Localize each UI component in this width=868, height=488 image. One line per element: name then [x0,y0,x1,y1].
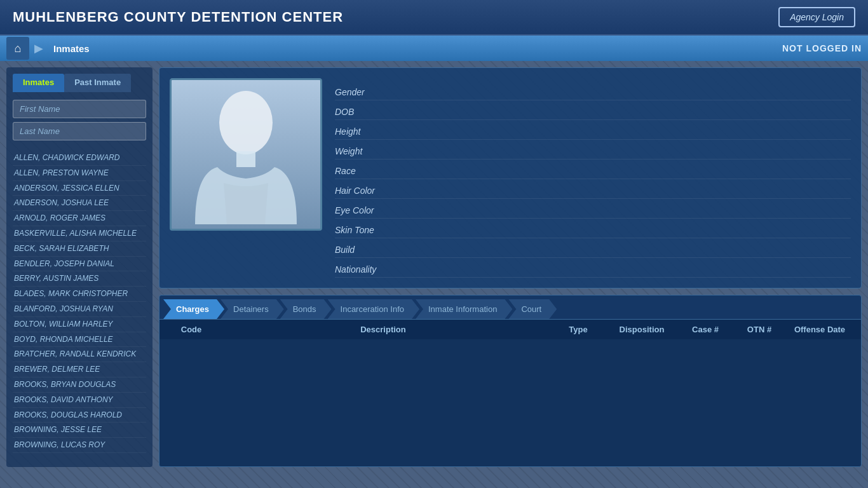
list-item[interactable]: BREWER, DELMER LEE [13,362,146,377]
charge-tab-bonds[interactable]: Bonds [280,299,332,319]
col-header-disposition: Disposition [607,325,677,334]
list-item[interactable]: BOLTON, WILLIAM HARLEY [13,317,146,332]
list-item[interactable]: BLANFORD, JOSHUA RYAN [13,302,146,317]
list-item[interactable]: BECK, SARAH ELIZABETH [13,241,146,257]
charge-tab-detainers[interactable]: Detainers [220,299,284,319]
list-item[interactable]: BASKERVILLE, ALISHA MICHELLE [13,226,146,241]
charges-table-header: Code Description Type Disposition Case #… [159,319,861,339]
list-item[interactable]: ANDERSON, JOSHUA LEE [13,196,146,211]
hair-color-field: Hair Color [335,183,851,199]
build-field: Build [335,242,851,258]
inmate-list: ALLEN, CHADWICK EDWARDALLEN, PRESTON WAY… [13,151,146,453]
col-header-offense-date: Offense Date [785,325,855,334]
col-header-code: Code [166,325,217,334]
nav-bar: ⌂ ▶ Inmates NOT LOGGED IN [0,36,868,61]
list-item[interactable]: BLADES, MARK CHRISTOPHER [13,287,146,302]
race-field: Race [335,163,851,179]
charge-tab-charges[interactable]: Charges [163,299,224,319]
col-header-description: Description [217,325,550,334]
height-field: Height [335,124,851,140]
list-item[interactable]: ALLEN, CHADWICK EDWARD [13,151,146,166]
header: MUHLENBERG COUNTY DETENTION CENTER Agenc… [0,0,868,36]
right-panel: Gender DOB Height Weight Race Hair Color… [159,67,862,467]
list-item[interactable]: ANDERSON, JESSICA ELLEN [13,181,146,196]
detail-card: Gender DOB Height Weight Race Hair Color… [159,67,862,288]
list-item[interactable]: ARNOLD, ROGER JAMES [13,211,146,226]
charges-section: ChargesDetainersBondsIncarceration InfoI… [159,295,862,467]
list-item[interactable]: BENDLER, JOSEPH DANIAL [13,257,146,272]
nationality-field: Nationality [335,262,851,278]
charge-tab-inmate-information[interactable]: Inmate Information [416,299,512,319]
charges-table-body [159,339,861,466]
inmate-photo [170,78,322,231]
skin-tone-field: Skin Tone [335,222,851,238]
info-fields: Gender DOB Height Weight Race Hair Color… [335,78,851,278]
home-icon: ⌂ [15,42,22,55]
gender-field: Gender [335,85,851,100]
search-last-name[interactable] [13,122,146,140]
tab-inmates[interactable]: Inmates [13,74,64,92]
list-item[interactable]: BRATCHER, RANDALL KENDRICK [13,347,146,362]
page-title: MUHLENBERG COUNTY DETENTION CENTER [13,9,343,25]
dob-field: DOB [335,104,851,120]
col-header-case: Case # [677,325,734,334]
charge-tab-incarceration-info[interactable]: Incarceration Info [328,299,419,319]
nav-separator: ▶ [34,41,43,55]
inmate-tabs: Inmates Past Inmate [13,74,146,92]
svg-point-0 [219,91,273,154]
list-item[interactable]: BROOKS, DAVID ANTHONY [13,393,146,408]
col-header-type: Type [550,325,607,334]
search-first-name[interactable] [13,100,146,118]
list-item[interactable]: BROOKS, BRYAN DOUGLAS [13,377,146,393]
tab-past-inmate[interactable]: Past Inmate [64,74,131,92]
agency-login-button[interactable]: Agency Login [778,7,855,27]
eye-color-field: Eye Color [335,203,851,219]
svg-rect-1 [236,151,255,167]
nav-login-status: NOT LOGGED IN [782,43,862,53]
charge-tab-court[interactable]: Court [508,299,557,319]
list-item[interactable]: BOYD, RHONDA MICHELLE [13,332,146,348]
col-header-otn: OTN # [734,325,785,334]
list-item[interactable]: BROWNING, JESSE LEE [13,423,146,438]
list-item[interactable]: BERRY, AUSTIN JAMES [13,271,146,287]
left-panel: Inmates Past Inmate ALLEN, CHADWICK EDWA… [6,67,153,467]
home-button[interactable]: ⌂ [6,37,29,60]
list-item[interactable]: BROOKS, DOUGLAS HAROLD [13,408,146,423]
nav-inmates[interactable]: Inmates [46,41,97,57]
weight-field: Weight [335,144,851,159]
list-item[interactable]: BROWNING, LUCAS ROY [13,438,146,453]
list-item[interactable]: ALLEN, PRESTON WAYNE [13,166,146,181]
charges-tabs: ChargesDetainersBondsIncarceration InfoI… [159,295,861,319]
